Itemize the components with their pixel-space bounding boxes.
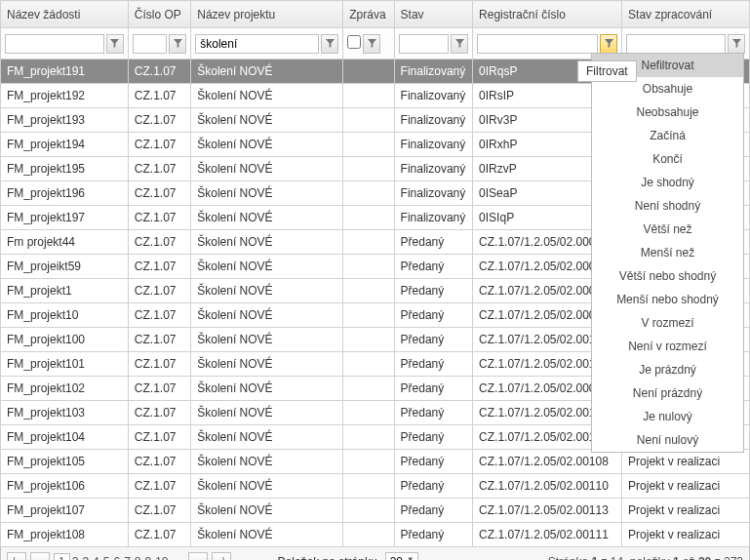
table-cell — [343, 328, 394, 352]
filter-button[interactable] — [363, 34, 380, 54]
filter-button[interactable] — [321, 34, 338, 54]
filter-menu-item[interactable]: Větší nebo shodný — [592, 264, 743, 288]
table-cell: Finalizovaný — [394, 133, 473, 157]
pager-page[interactable]: 4 — [91, 555, 101, 561]
filter-button[interactable] — [106, 34, 124, 54]
table-cell: Předaný — [394, 401, 473, 425]
pager-page[interactable]: 2 — [70, 555, 81, 561]
table-cell — [343, 60, 394, 84]
column-header[interactable]: Název žádosti — [1, 1, 129, 28]
table-cell: FM_projekt107 — [1, 499, 129, 523]
column-header[interactable]: Číslo OP — [128, 1, 190, 28]
pager-page[interactable]: 9 — [143, 555, 154, 561]
table-cell: Projekt v realizaci — [622, 474, 750, 499]
table-cell: Projekt v realizaci — [622, 499, 750, 523]
table-cell — [343, 84, 394, 108]
filter-input[interactable] — [133, 34, 167, 54]
table-cell: Předaný — [394, 352, 473, 377]
table-cell: CZ.1.07 — [128, 450, 190, 474]
table-cell: CZ.1.07/1.2.05/02.00111 — [473, 523, 622, 547]
filter-input[interactable] — [626, 34, 726, 54]
pager-page[interactable]: 8 — [133, 555, 143, 561]
pager: |◂ ◂ 12345678910... ▸ ▸| Položek na strá… — [0, 547, 750, 560]
table-cell: FM_projekt1 — [1, 279, 129, 303]
pager-last-button[interactable]: ▸| — [212, 552, 231, 561]
pager-page[interactable]: 6 — [111, 555, 122, 561]
table-cell: CZ.1.07 — [128, 108, 190, 133]
filter-menu-item[interactable]: Není shodný — [592, 194, 743, 218]
table-cell — [343, 108, 394, 133]
table-cell: CZ.1.07 — [128, 84, 190, 108]
filter-menu-item[interactable]: Větší než — [592, 218, 743, 241]
filter-button[interactable] — [728, 34, 745, 54]
filter-menu-item[interactable]: Neobsahuje — [592, 100, 743, 124]
funnel-icon — [174, 37, 182, 51]
funnel-icon — [326, 37, 335, 51]
filter-input[interactable] — [477, 34, 598, 54]
table-cell: FM_projekt101 — [1, 352, 129, 377]
table-cell: Předaný — [394, 499, 473, 523]
filter-checkbox[interactable] — [347, 35, 361, 49]
pager-page[interactable]: 10 — [153, 555, 170, 561]
filter-options-menu[interactable]: NefiltrovatObsahujeNeobsahujeZačínáKončí… — [591, 53, 744, 453]
table-cell — [343, 425, 394, 450]
pager-page[interactable]: 5 — [101, 555, 112, 561]
table-cell: CZ.1.07 — [128, 230, 190, 255]
filter-menu-item[interactable]: Začíná — [592, 124, 743, 147]
filter-menu-item[interactable]: Není prázdný — [592, 381, 743, 405]
filter-button[interactable] — [451, 34, 468, 54]
filter-button[interactable] — [600, 34, 617, 54]
filter-cell — [343, 28, 394, 60]
table-cell: CZ.1.07 — [128, 425, 190, 450]
column-header[interactable]: Stav zpracování — [622, 1, 750, 28]
filter-menu-item[interactable]: Menší nebo shodný — [592, 288, 743, 311]
filter-input[interactable] — [399, 34, 450, 54]
filter-menu-item[interactable]: V rozmezí — [592, 311, 743, 335]
pager-page[interactable]: 1 — [54, 553, 70, 561]
table-cell: Finalizovaný — [394, 84, 473, 108]
pager-first-button[interactable]: |◂ — [7, 552, 26, 561]
filter-menu-item[interactable]: Menší než — [592, 241, 743, 264]
table-cell: CZ.1.07 — [128, 377, 190, 401]
filter-button[interactable] — [169, 34, 186, 54]
column-header[interactable]: Stav — [394, 1, 473, 28]
table-cell — [343, 230, 394, 255]
table-cell: CZ.1.07 — [128, 279, 190, 303]
column-header[interactable]: Registrační číslo — [473, 1, 622, 28]
table-cell — [343, 377, 394, 401]
filter-cell — [1, 28, 129, 60]
column-header[interactable]: Zpráva — [343, 1, 394, 28]
filter-menu-item[interactable]: Není nulový — [592, 428, 743, 452]
pager-prev-button[interactable]: ◂ — [30, 552, 50, 561]
filter-menu-item[interactable]: Je prázdný — [592, 358, 743, 381]
filter-menu-item[interactable]: Je shodný — [592, 171, 743, 194]
table-cell — [343, 401, 394, 425]
filter-input[interactable] — [195, 34, 319, 54]
table-cell: Školení NOVÉ — [191, 60, 343, 84]
table-cell: Školení NOVÉ — [191, 84, 343, 108]
pager-page[interactable]: 3 — [80, 555, 91, 561]
table-cell: Školení NOVÉ — [191, 255, 343, 279]
table-row[interactable]: FM_projekt107CZ.1.07Školení NOVÉPředanýC… — [1, 499, 750, 523]
table-cell: Předaný — [394, 474, 473, 499]
page-size-select[interactable]: 20 — [385, 552, 418, 561]
table-row[interactable]: FM_projekt105CZ.1.07Školení NOVÉPředanýC… — [1, 450, 750, 474]
table-cell: FM_projekt105 — [1, 450, 129, 474]
filter-menu-item[interactable]: Není v rozmezí — [592, 335, 743, 358]
column-header[interactable]: Název projektu — [191, 1, 343, 28]
pager-next-button[interactable]: ▸ — [188, 552, 208, 561]
pager-page[interactable]: ... — [171, 555, 184, 561]
pager-page[interactable]: 7 — [122, 555, 133, 561]
table-cell — [343, 181, 394, 206]
table-row[interactable]: FM_projekt106CZ.1.07Školení NOVÉPředanýC… — [1, 474, 750, 499]
filter-input[interactable] — [5, 34, 104, 54]
table-cell: Fm projekt44 — [1, 230, 129, 255]
table-cell: Školení NOVÉ — [191, 303, 343, 328]
table-cell — [343, 133, 394, 157]
filter-cell — [191, 28, 343, 60]
table-cell: Školení NOVÉ — [191, 157, 343, 181]
filter-menu-item[interactable]: Je nulový — [592, 405, 743, 428]
filter-menu-item[interactable]: Končí — [592, 147, 743, 171]
table-row[interactable]: FM_projekt108CZ.1.07Školení NOVÉPředanýC… — [1, 523, 750, 547]
filter-tooltip: Filtrovat — [577, 60, 637, 82]
